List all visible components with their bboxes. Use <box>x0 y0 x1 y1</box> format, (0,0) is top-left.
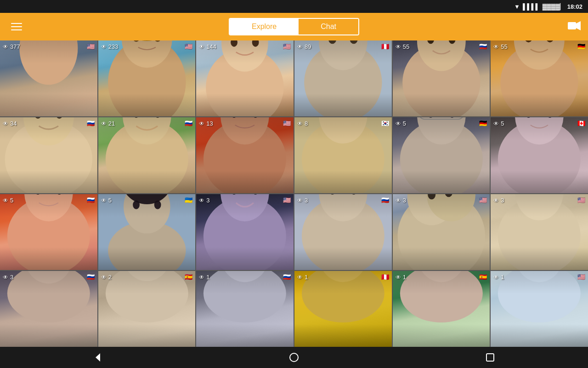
profile-card[interactable]: 👁 13 🇺🇸 <box>196 117 294 193</box>
view-count: 👁 1 <box>199 274 209 281</box>
view-number: 13 <box>206 120 213 127</box>
profile-card[interactable]: 👁 3 🇺🇸 <box>491 194 588 270</box>
menu-line-1 <box>11 23 22 24</box>
profile-card[interactable]: 👁 5 🇩🇪 <box>393 117 490 193</box>
profile-card[interactable]: 👁 3 🇺🇸 <box>393 194 490 270</box>
profile-card[interactable]: 👁 5 🇷🇺 <box>0 194 97 270</box>
nav-bar: Explore Chat <box>0 13 588 40</box>
back-button[interactable] <box>89 348 107 367</box>
profile-card[interactable]: 👁 1 🇷🇺 <box>196 271 294 347</box>
eye-icon: 👁 <box>101 274 107 281</box>
profile-card[interactable]: 👁 21 🇷🇺 <box>98 117 196 193</box>
profile-card[interactable]: 👁 89 🇵🇪 <box>294 40 392 116</box>
flag: 🇩🇪 <box>577 43 585 50</box>
eye-icon: 👁 <box>297 44 303 50</box>
profile-card[interactable]: 👁 1 🇪🇸 <box>393 271 490 347</box>
svg-point-132 <box>290 353 298 362</box>
eye-icon: 👁 <box>3 197 8 204</box>
view-number: 3 <box>206 197 209 204</box>
cell-top: 👁 1 🇺🇸 <box>491 274 588 281</box>
tab-chat[interactable]: Chat <box>299 19 358 34</box>
svg-rect-133 <box>486 354 494 361</box>
video-button[interactable] <box>568 21 581 33</box>
status-bar: ▼ ▌▌▌▌ ▓▓▓▓▏ 18:02 <box>0 0 588 13</box>
profile-card[interactable]: 👁 1 🇵🇪 <box>294 271 392 347</box>
cell-overlay <box>491 271 588 347</box>
flag: 🇷🇺 <box>381 197 389 203</box>
flag: 🇷🇺 <box>87 120 95 126</box>
cell-overlay <box>0 194 97 270</box>
view-count: 👁 1 <box>297 274 308 281</box>
view-count: 👁 233 <box>101 43 119 50</box>
view-count: 👁 8 <box>297 120 308 127</box>
profile-card[interactable]: 👁 55 🇷🇺 <box>393 40 490 116</box>
eye-icon: 👁 <box>396 44 401 50</box>
cell-overlay <box>98 117 196 193</box>
profile-card[interactable]: 👁 233 🇺🇸 <box>98 40 196 116</box>
svg-marker-131 <box>96 353 100 362</box>
flag: 🇷🇺 <box>283 274 291 280</box>
cell-top: 👁 377 🇺🇸 <box>0 43 97 50</box>
view-number: 34 <box>10 120 17 127</box>
eye-icon: 👁 <box>297 274 303 281</box>
profile-card[interactable]: 👁 55 🇩🇪 <box>491 40 588 116</box>
nav-tabs: Explore Chat <box>229 18 359 35</box>
flag: 🇺🇸 <box>283 43 291 50</box>
profile-card[interactable]: 👁 8 🇰🇷 <box>294 117 392 193</box>
eye-icon: 👁 <box>396 121 401 127</box>
profile-card[interactable]: 👁 377 🇺🇸 <box>0 40 97 116</box>
cell-overlay <box>0 271 97 347</box>
view-count: 👁 1 <box>493 274 504 281</box>
view-count: 👁 5 <box>493 120 504 127</box>
view-number: 89 <box>305 43 311 50</box>
eye-icon: 👁 <box>101 121 107 127</box>
profile-card[interactable]: 👁 3 🇺🇸 <box>196 194 294 270</box>
eye-icon: 👁 <box>199 197 204 204</box>
cell-top: 👁 34 🇷🇺 <box>0 120 97 127</box>
eye-icon: 👁 <box>493 274 499 281</box>
view-number: 3 <box>10 274 13 281</box>
svg-marker-1 <box>576 21 581 30</box>
flag: 🇩🇪 <box>479 120 487 126</box>
menu-line-2 <box>11 26 22 27</box>
view-number: 1 <box>206 274 209 281</box>
cell-top: 👁 3 🇺🇸 <box>196 197 294 204</box>
signal-icon: ▌▌▌▌ <box>523 3 540 10</box>
view-count: 👁 13 <box>199 120 213 127</box>
flag: 🇷🇺 <box>87 197 95 203</box>
view-number: 1 <box>501 274 504 281</box>
cell-overlay <box>393 40 490 116</box>
profile-card[interactable]: 👁 3 🇷🇺 <box>294 194 392 270</box>
cell-top: 👁 5 🇨🇦 <box>491 120 588 127</box>
eye-icon: 👁 <box>493 197 499 204</box>
flag: 🇷🇺 <box>87 274 95 280</box>
cell-overlay <box>393 117 490 193</box>
profile-card[interactable]: 👁 144 🇺🇸 <box>196 40 294 116</box>
flag: 🇺🇸 <box>185 43 192 50</box>
view-number: 144 <box>206 43 216 50</box>
eye-icon: 👁 <box>3 44 8 50</box>
cell-top: 👁 1 🇪🇸 <box>393 274 490 281</box>
view-count: 👁 5 <box>101 197 112 204</box>
tab-explore[interactable]: Explore <box>230 19 299 34</box>
profile-card[interactable]: 👁 3 🇷🇺 <box>0 271 97 347</box>
cell-overlay <box>98 40 196 116</box>
profile-card[interactable]: 👁 5 🇨🇦 <box>491 117 588 193</box>
view-count: 👁 5 <box>3 197 13 204</box>
profile-card[interactable]: 👁 2 🇪🇸 <box>98 271 196 347</box>
recents-button[interactable] <box>481 348 499 367</box>
flag: 🇺🇸 <box>577 274 585 280</box>
home-button[interactable] <box>285 348 303 367</box>
profile-card[interactable]: 👁 5 🇺🇦 <box>98 194 196 270</box>
profile-card[interactable]: 👁 34 🇷🇺 <box>0 117 97 193</box>
flag: 🇪🇸 <box>479 274 487 280</box>
eye-icon: 👁 <box>199 44 204 50</box>
profile-card[interactable]: 👁 1 🇺🇸 <box>491 271 588 347</box>
menu-button[interactable] <box>7 19 26 34</box>
view-count: 👁 144 <box>199 43 216 50</box>
flag: 🇷🇺 <box>479 43 487 50</box>
flag: 🇺🇸 <box>479 197 487 203</box>
view-number: 21 <box>108 120 115 127</box>
flag: 🇵🇪 <box>381 43 389 50</box>
view-number: 55 <box>501 43 507 50</box>
